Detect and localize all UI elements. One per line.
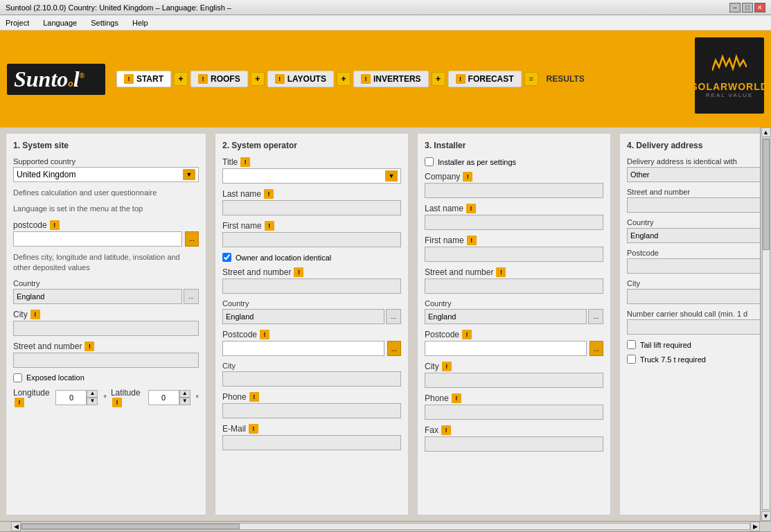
street-input1[interactable] bbox=[13, 353, 199, 368]
lastname-warn-icon3: ! bbox=[466, 204, 476, 213]
phone-input2[interactable] bbox=[222, 403, 401, 418]
country-input4[interactable] bbox=[627, 228, 771, 243]
country-browse-button2[interactable]: ... bbox=[386, 309, 401, 324]
horizontal-scrollbar[interactable]: ◀ ▶ bbox=[0, 521, 771, 532]
vertical-scrollbar[interactable]: ▲ ▼ bbox=[760, 127, 771, 521]
country-browse-button1[interactable]: ... bbox=[184, 289, 199, 304]
exposed-checkbox[interactable] bbox=[13, 373, 22, 382]
content-area: 1. System site Supported country United … bbox=[0, 127, 771, 521]
email-input2[interactable] bbox=[222, 435, 401, 450]
maximize-button[interactable]: □ bbox=[742, 3, 753, 12]
section-system-site: 1. System site Supported country United … bbox=[6, 133, 206, 515]
postcode-input2[interactable] bbox=[222, 341, 384, 356]
latitude-down-button[interactable]: ▼ bbox=[179, 398, 190, 405]
inverters-plus-button[interactable]: + bbox=[432, 72, 445, 86]
phone-warn-icon2: ! bbox=[249, 392, 259, 402]
menu-project[interactable]: Project bbox=[3, 17, 32, 28]
section-system-operator: 2. System operator Title ! ▼ bbox=[215, 133, 409, 515]
postcode-browse-button3[interactable]: ... bbox=[590, 341, 603, 356]
postcode-input[interactable] bbox=[13, 231, 182, 247]
city-input3[interactable] bbox=[425, 373, 603, 388]
street-input4[interactable] bbox=[627, 197, 771, 213]
city-input1[interactable] bbox=[13, 321, 199, 336]
postcode-label4: Postcode bbox=[627, 249, 771, 257]
city-input2[interactable] bbox=[222, 371, 401, 387]
longitude-input[interactable] bbox=[55, 390, 87, 405]
carrier-label4: Number carrier should call (min. 1 d bbox=[627, 310, 771, 318]
postcode-warn-icon: ! bbox=[50, 220, 60, 230]
vscroll-up-button[interactable]: ▲ bbox=[761, 127, 771, 137]
postcode-input3[interactable] bbox=[425, 341, 587, 356]
firstname-label3: First name ! bbox=[425, 236, 603, 245]
tab-inverters[interactable]: ! INVERTERS bbox=[353, 71, 429, 87]
country-input3[interactable] bbox=[425, 309, 587, 324]
tab-forecast[interactable]: ! FORECAST bbox=[448, 71, 522, 87]
longitude-up-button[interactable]: ▲ bbox=[87, 390, 98, 398]
street-group1: Street and number ! bbox=[13, 342, 199, 368]
menu-language[interactable]: Language bbox=[40, 17, 80, 28]
postcode-input4[interactable] bbox=[627, 258, 771, 274]
truck-label: Truck 7.5 t required bbox=[640, 355, 706, 364]
supported-country-dropdown[interactable]: United Kingdom ▼ bbox=[13, 167, 199, 182]
email-label2: E-Mail ! bbox=[222, 424, 401, 434]
tail-lift-checkbox[interactable] bbox=[627, 340, 636, 349]
vscroll-track[interactable] bbox=[762, 139, 770, 510]
solar-waves-icon bbox=[712, 53, 747, 78]
carrier-input4[interactable] bbox=[627, 319, 771, 335]
postcode-label2: Postcode ! bbox=[222, 330, 401, 339]
owner-location-checkbox[interactable] bbox=[222, 253, 231, 262]
street-input2[interactable] bbox=[222, 278, 401, 294]
menu-settings[interactable]: Settings bbox=[88, 17, 121, 28]
vscroll-down-button[interactable]: ▼ bbox=[761, 511, 771, 521]
fax-input3[interactable] bbox=[425, 436, 603, 452]
owner-location-row: Owner and location identical bbox=[222, 253, 401, 262]
inverters-warn-icon: ! bbox=[361, 74, 371, 84]
truck-checkbox[interactable] bbox=[627, 355, 636, 364]
tab-results[interactable]: RESULTS bbox=[541, 71, 590, 87]
country-input2[interactable] bbox=[222, 309, 384, 324]
postcode-browse-button[interactable]: ... bbox=[185, 231, 199, 247]
latitude-label: Latitude ! bbox=[111, 388, 144, 407]
city-label4: City bbox=[627, 279, 771, 287]
country-browse-button3[interactable]: ... bbox=[588, 309, 603, 324]
country-label1: Country bbox=[13, 279, 199, 287]
hscroll-track[interactable] bbox=[21, 523, 750, 530]
tab-roofs[interactable]: ! ROOFS bbox=[190, 71, 248, 87]
firstname-input2[interactable] bbox=[222, 232, 401, 247]
close-button[interactable]: ✕ bbox=[754, 3, 765, 12]
country-input1[interactable] bbox=[13, 289, 182, 304]
phone-input3[interactable] bbox=[425, 405, 603, 420]
lastname-input3[interactable] bbox=[425, 215, 603, 230]
hscroll-right-button[interactable]: ▶ bbox=[750, 522, 760, 531]
exposed-label: Exposed location bbox=[26, 373, 85, 382]
city-input4[interactable] bbox=[627, 289, 771, 304]
start-plus-button[interactable]: + bbox=[174, 72, 188, 86]
minimize-button[interactable]: – bbox=[729, 3, 741, 12]
main-wrapper: 1. System site Supported country United … bbox=[0, 127, 771, 532]
longitude-down-button[interactable]: ▼ bbox=[87, 398, 98, 405]
longitude-degree: ° bbox=[103, 393, 106, 402]
installer-settings-checkbox[interactable] bbox=[425, 157, 434, 166]
layouts-plus-button[interactable]: + bbox=[337, 72, 351, 86]
content-scroll[interactable]: 1. System site Supported country United … bbox=[0, 127, 771, 521]
hscroll-thumb[interactable] bbox=[21, 524, 240, 529]
forecast-eq-button[interactable]: = bbox=[524, 72, 538, 86]
supported-country-group: Supported country United Kingdom ▼ bbox=[13, 157, 199, 182]
tab-start[interactable]: ! START bbox=[116, 71, 171, 87]
latitude-input[interactable] bbox=[148, 390, 179, 405]
lastname-input2[interactable] bbox=[222, 200, 401, 215]
postcode-browse-button2[interactable]: ... bbox=[387, 341, 401, 356]
hscroll-left-button[interactable]: ◀ bbox=[11, 522, 21, 531]
menu-help[interactable]: Help bbox=[130, 17, 151, 28]
country-group2: Country ... bbox=[222, 299, 401, 324]
city-group3: City ! bbox=[425, 362, 603, 388]
vscroll-thumb[interactable] bbox=[763, 139, 770, 250]
company-input3[interactable] bbox=[425, 183, 603, 198]
latitude-up-button[interactable]: ▲ bbox=[179, 390, 190, 398]
street-input3[interactable] bbox=[425, 278, 603, 294]
roofs-plus-button[interactable]: + bbox=[251, 72, 265, 86]
identical-input4[interactable] bbox=[627, 167, 771, 182]
tab-layouts[interactable]: ! LAYOUTS bbox=[267, 71, 334, 87]
firstname-input3[interactable] bbox=[425, 247, 603, 262]
title-dropdown2[interactable]: ▼ bbox=[222, 168, 401, 184]
